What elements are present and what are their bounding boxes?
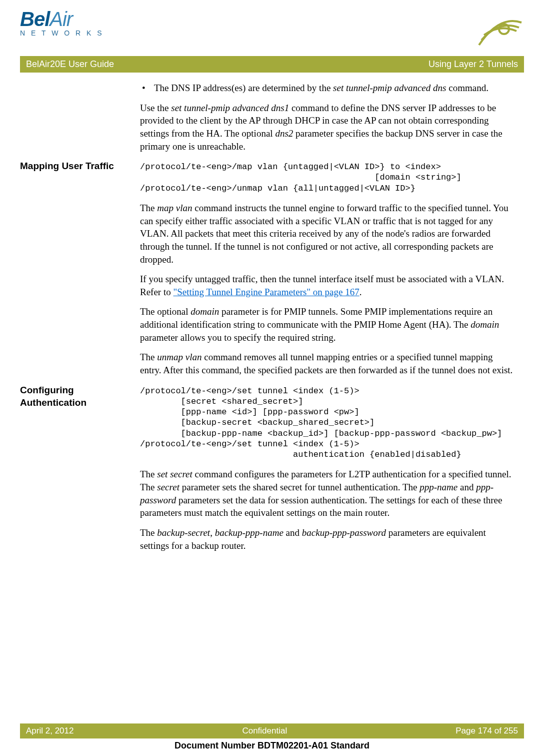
t: secret [157,482,180,492]
intro-bullet-text: The DNS IP address(es) are determined by… [154,83,333,93]
t: command instructs the tunnel engine to f… [140,203,508,265]
intro-bullet-ital: set tunnel-pmip advanced dns [333,83,446,93]
t: and [458,482,476,492]
link-tunnel-params[interactable]: "Setting Tunnel Engine Parameters" on pa… [173,287,359,297]
t: , [210,527,215,538]
auth-code: /protocol/te-<eng>/set tunnel <index (1-… [140,386,514,460]
mapping-p1: The map vlan command instructs the tunne… [140,202,514,266]
footer: April 2, 2012 Confidential Page 174 of 2… [20,723,524,751]
logo: BelAir N E T W O R K S [20,10,110,37]
logo-brand-2: Air [50,8,72,30]
side-empty-1 [20,82,130,160]
mapping-p4: The unmap vlan command removes all tunne… [140,351,514,376]
footer-page: Page 174 of 255 [456,726,518,736]
logo-brand: BelAir [20,10,110,28]
header: BelAir N E T W O R K S [20,10,524,50]
footer-confidential: Confidential [242,726,287,736]
t: The [140,203,157,213]
auth-p1: The set secret command configures the pa… [140,468,514,519]
auth-block: /protocol/te-<eng>/set tunnel <index (1-… [140,384,524,559]
t: . [360,287,362,297]
intro-block: The DNS IP address(es) are determined by… [140,82,524,160]
t: and [284,527,302,538]
t: unmap vlan [157,352,202,362]
t: backup-ppp-password [302,527,386,538]
auth-p2: The backup-secret, backup-ppp-name and b… [140,526,514,552]
page: BelAir N E T W O R K S BelAir20E User Gu… [0,0,544,756]
mapping-p2: If you specify untagged traffic, then th… [140,273,514,298]
t: backup-secret [157,527,210,538]
t: Use the [140,103,171,113]
mapping-p3: The optional domain parameter is for PMI… [140,305,514,344]
heading-mapping: Mapping User Traffic [20,160,130,383]
t: domain [190,306,219,317]
swirl-icon [474,10,524,50]
logo-subtitle: N E T W O R K S [20,29,110,37]
t: backup-ppp-name [215,527,284,538]
mapping-block: /protocol/te-<eng>/map vlan {untagged|<V… [140,160,524,383]
t: ppp-name [420,482,458,492]
t: The [140,352,157,362]
intro-list: The DNS IP address(es) are determined by… [140,82,514,95]
t: domain [470,319,499,330]
t: parameter allows you to specify the requ… [140,332,336,343]
t: The optional [140,306,190,317]
title-bar: BelAir20E User Guide Using Layer 2 Tunne… [20,56,524,73]
t: parameter sets the shared secret for tun… [180,482,420,492]
t: dns2 [275,128,293,139]
t: map vlan [157,203,192,213]
title-left: BelAir20E User Guide [26,59,114,70]
body: The DNS IP address(es) are determined by… [20,82,524,559]
intro-bullet-tail: command. [446,83,488,93]
intro-para: Use the set tunnel-pmip advanced dns1 co… [140,102,514,153]
footer-bar: April 2, 2012 Confidential Page 174 of 2… [20,723,524,738]
heading-auth: Configuring Authentication [20,384,130,559]
t: set secret [157,469,192,479]
logo-brand-1: Bel [20,8,50,30]
footer-date: April 2, 2012 [26,726,74,736]
mapping-code: /protocol/te-<eng>/map vlan {untagged|<V… [140,162,514,194]
t: parameters set the data for session auth… [140,495,502,518]
t: set tunnel-pmip advanced dns1 [171,103,289,113]
footer-docnum: Document Number BDTM02201-A01 Standard [20,740,524,751]
t: The [140,469,157,479]
title-right: Using Layer 2 Tunnels [428,59,518,70]
intro-bullet: The DNS IP address(es) are determined by… [154,82,514,95]
t: The [140,527,157,538]
